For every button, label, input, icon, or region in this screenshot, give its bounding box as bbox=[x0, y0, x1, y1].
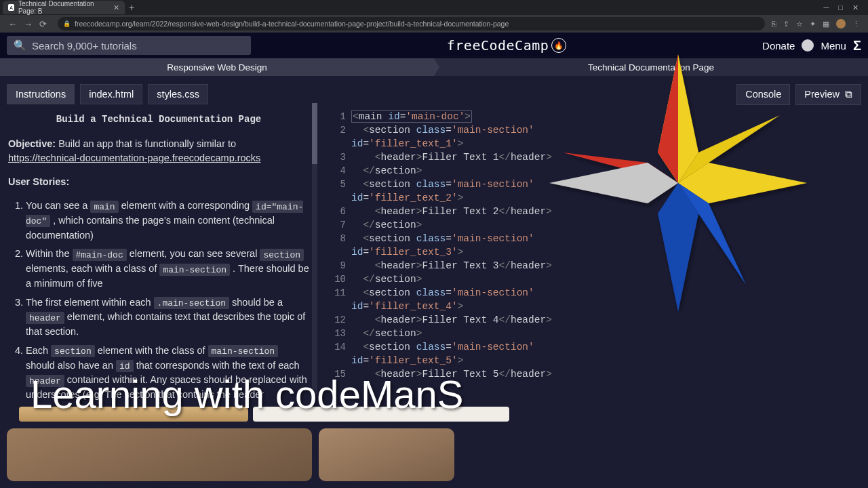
overlay-bar-white bbox=[253, 407, 509, 422]
objective-label: Objective: bbox=[8, 138, 56, 149]
maximize-icon[interactable]: □ bbox=[838, 3, 843, 12]
file-tabs: Instructions index.html styles.css bbox=[7, 84, 311, 104]
tab-close-icon[interactable]: ✕ bbox=[113, 3, 119, 12]
tab-stylescss[interactable]: styles.css bbox=[148, 84, 208, 104]
lock-icon: 🔒 bbox=[63, 20, 71, 27]
instructions-title: Build a Technical Documentation Page bbox=[7, 114, 311, 125]
flame-icon: 🔥 bbox=[551, 38, 566, 53]
tab-title: Technical Documentation Page: B bbox=[18, 0, 109, 15]
editor-pane: Console Preview ⧉ 12 345 678 91011 12131… bbox=[317, 76, 868, 488]
grid-icon[interactable]: ▦ bbox=[823, 20, 829, 28]
overlay-bar-gold bbox=[19, 407, 248, 422]
theme-toggle-icon[interactable] bbox=[802, 39, 814, 52]
address-bar-row: ← → ⟳ 🔒 freecodecamp.org/learn/2022/resp… bbox=[0, 15, 868, 33]
instructions-pane: Instructions index.html styles.css Build… bbox=[0, 76, 317, 488]
preview-button[interactable]: Preview ⧉ bbox=[795, 84, 861, 105]
url-text: freecodecamp.org/learn/2022/responsive-w… bbox=[75, 20, 509, 28]
reload-icon[interactable]: ⟳ bbox=[39, 19, 47, 29]
forward-icon[interactable]: → bbox=[24, 19, 33, 29]
list-item: Within the #main-doc element, you can se… bbox=[26, 247, 309, 291]
popout-icon: ⧉ bbox=[845, 89, 852, 100]
app-header: 🔍 Search 9,000+ tutorials freeCodeCamp 🔥… bbox=[0, 33, 868, 58]
overlay-card bbox=[7, 428, 312, 481]
minimize-icon[interactable]: ─ bbox=[824, 3, 829, 12]
list-item: Each section element with the class of m… bbox=[26, 344, 309, 403]
breadcrumb-course[interactable]: Responsive Web Design bbox=[0, 58, 434, 76]
code-editor[interactable]: <main id='main-doc'> <section class='mai… bbox=[351, 110, 552, 381]
kebab-menu-icon[interactable]: ⋮ bbox=[852, 20, 860, 28]
sigma-icon[interactable]: Σ bbox=[853, 38, 861, 54]
overlay-card bbox=[319, 428, 454, 481]
search-icon: 🔍 bbox=[14, 39, 26, 52]
console-button[interactable]: Console bbox=[736, 84, 790, 105]
search-placeholder: Search 9,000+ tutorials bbox=[32, 40, 137, 52]
browser-chrome: A Technical Documentation Page: B ✕ + ─ … bbox=[0, 0, 868, 33]
search-input[interactable]: 🔍 Search 9,000+ tutorials bbox=[7, 36, 251, 55]
list-item: You can see a main element with a corres… bbox=[26, 199, 309, 243]
extension-icons: ⎘ ⇪ ☆ ✦ ▦ ⋮ bbox=[772, 19, 864, 28]
new-tab-button[interactable]: + bbox=[129, 2, 134, 13]
puzzle-icon[interactable]: ✦ bbox=[810, 20, 816, 28]
brand-logo[interactable]: freeCodeCamp 🔥 bbox=[447, 37, 567, 54]
objective-link[interactable]: https://technical-documentation-page.fre… bbox=[8, 152, 260, 163]
user-stories-list: You can see a main element with a corres… bbox=[8, 199, 309, 403]
url-bar[interactable]: 🔒 freecodecamp.org/learn/2022/responsive… bbox=[58, 17, 765, 30]
nav-arrows: ← → ⟳ bbox=[4, 19, 51, 29]
editor-controls: Console Preview ⧉ bbox=[736, 84, 861, 105]
scrollbar[interactable] bbox=[312, 103, 317, 394]
breadcrumb: Responsive Web Design Technical Document… bbox=[0, 58, 868, 76]
tab-indexhtml[interactable]: index.html bbox=[80, 84, 142, 104]
line-gutter: 12 345 678 91011 121314 15 bbox=[324, 110, 346, 381]
window-controls: ─ □ ✕ bbox=[824, 3, 865, 12]
user-stories-label: User Stories: bbox=[8, 176, 69, 187]
tab-instructions[interactable]: Instructions bbox=[7, 84, 75, 104]
workspace: Instructions index.html styles.css Build… bbox=[0, 76, 868, 488]
close-window-icon[interactable]: ✕ bbox=[852, 3, 859, 12]
menu-button[interactable]: Menu bbox=[821, 40, 846, 52]
favicon: A bbox=[8, 4, 14, 11]
breadcrumb-project[interactable]: Technical Documentation Page bbox=[434, 58, 868, 76]
browser-tab-bar: A Technical Documentation Page: B ✕ + ─ … bbox=[0, 0, 868, 15]
browser-tab[interactable]: A Technical Documentation Page: B ✕ bbox=[3, 1, 125, 14]
install-icon[interactable]: ⎘ bbox=[772, 20, 776, 28]
back-icon[interactable]: ← bbox=[8, 19, 17, 29]
share-icon[interactable]: ⇪ bbox=[783, 20, 789, 28]
donate-link[interactable]: Donate bbox=[762, 40, 795, 52]
instructions-body: Objective: Build an app that is function… bbox=[7, 137, 311, 403]
profile-avatar[interactable] bbox=[836, 19, 846, 28]
list-item: The first element within each .main-sect… bbox=[26, 296, 309, 340]
bookmark-icon[interactable]: ☆ bbox=[796, 20, 803, 28]
